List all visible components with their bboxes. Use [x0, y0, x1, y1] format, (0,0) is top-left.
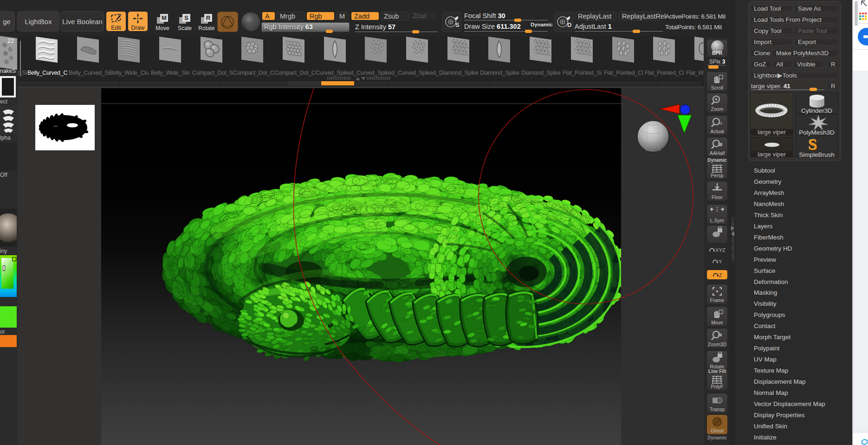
svg-text:D: D	[567, 21, 571, 28]
svg-text:R: R	[206, 14, 211, 21]
svg-text:M: M	[162, 14, 167, 21]
svg-text:S: S	[184, 14, 188, 21]
svg-text:x1: x1	[718, 121, 722, 125]
svg-text:S: S	[455, 21, 460, 28]
